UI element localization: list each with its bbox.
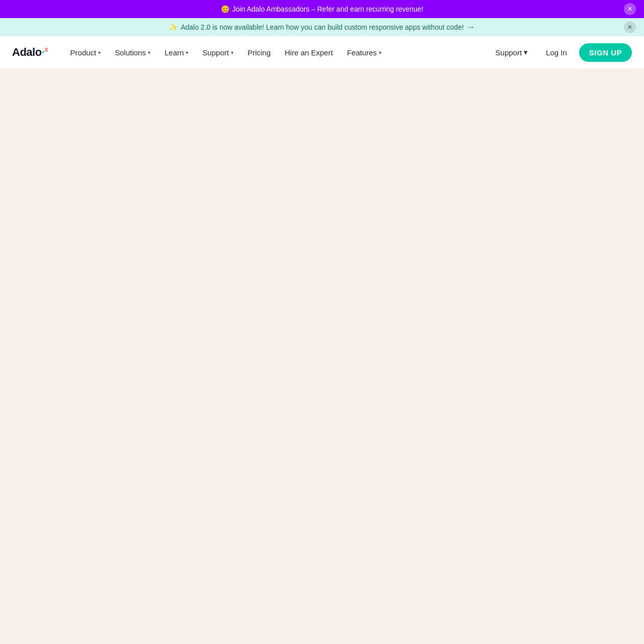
nav-item-support[interactable]: Support ▾: [196, 44, 239, 61]
nav-hire-expert-label: Hire an Expert: [285, 48, 333, 57]
nav-learn-label: Learn: [165, 48, 184, 57]
top-banner-close-icon: ×: [627, 5, 632, 14]
second-banner-text: Adalo 2.0 is now available! Learn how yo…: [181, 23, 464, 31]
nav-solutions-label: Solutions: [115, 48, 146, 57]
second-banner-sparkle-icon: ✨: [169, 23, 178, 31]
nav-item-features[interactable]: Features ▾: [341, 44, 387, 61]
nav-features-chevron-icon: ▾: [379, 50, 381, 55]
nav-learn-chevron-icon: ▾: [186, 50, 188, 55]
top-banner-text: Join Adalo Ambassadors – Refer and earn …: [232, 5, 424, 13]
nav-item-hire-expert[interactable]: Hire an Expert: [279, 44, 339, 61]
navbar-right: Support ▾ Log In SIGN UP: [490, 43, 632, 62]
navbar: Adalo·x Product ▾ Solutions ▾ Learn ▾ Su…: [0, 36, 644, 68]
navbar-support-chevron-icon: ▾: [524, 48, 528, 57]
logo-text-main: Adalo: [12, 46, 42, 59]
top-banner: 😊 Join Adalo Ambassadors – Refer and ear…: [0, 0, 644, 18]
signup-button[interactable]: SIGN UP: [579, 43, 632, 62]
nav-pricing-label: Pricing: [248, 48, 271, 57]
logo: Adalo·x: [12, 45, 48, 59]
second-banner-close-button[interactable]: ×: [624, 21, 636, 33]
main-content: [0, 68, 644, 644]
nav-item-solutions[interactable]: Solutions ▾: [109, 44, 156, 61]
nav-support-label: Support: [202, 48, 229, 57]
logo-superscript: x: [44, 45, 48, 53]
nav-item-pricing[interactable]: Pricing: [242, 44, 277, 61]
navbar-nav: Product ▾ Solutions ▾ Learn ▾ Support ▾ …: [64, 44, 490, 61]
nav-features-label: Features: [347, 48, 377, 57]
second-banner-arrow-icon: →: [467, 23, 475, 32]
nav-item-product[interactable]: Product ▾: [64, 44, 107, 61]
nav-support-chevron-icon: ▾: [231, 50, 233, 55]
second-banner-close-icon: ×: [627, 23, 632, 32]
navbar-support-dropdown[interactable]: Support ▾: [490, 44, 534, 61]
nav-product-chevron-icon: ▾: [98, 50, 101, 55]
nav-product-label: Product: [70, 48, 97, 57]
login-button[interactable]: Log In: [538, 44, 575, 61]
navbar-support-label: Support: [496, 48, 522, 57]
top-banner-close-button[interactable]: ×: [624, 3, 636, 15]
logo-link[interactable]: Adalo·x: [12, 45, 48, 59]
nav-item-learn[interactable]: Learn ▾: [158, 44, 194, 61]
second-banner-content: ✨ Adalo 2.0 is now available! Learn how …: [169, 23, 475, 32]
second-banner: ✨ Adalo 2.0 is now available! Learn how …: [0, 18, 644, 36]
nav-solutions-chevron-icon: ▾: [148, 50, 150, 55]
top-banner-emoji: 😊: [221, 5, 229, 13]
top-banner-content: 😊 Join Adalo Ambassadors – Refer and ear…: [221, 5, 424, 13]
